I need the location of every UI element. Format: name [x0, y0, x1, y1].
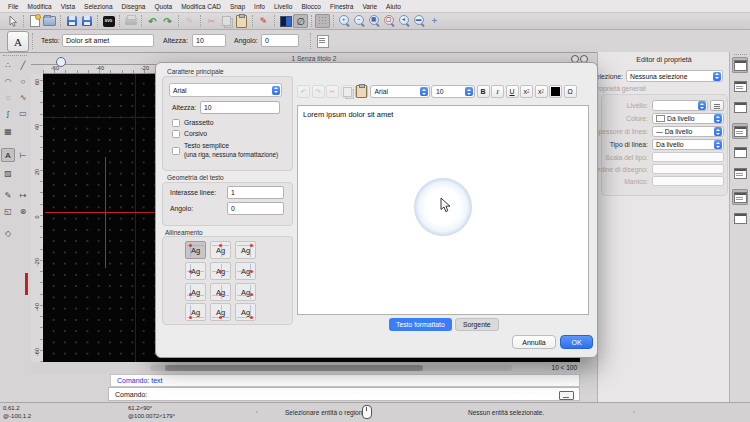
palette-drag-handle[interactable]: [734, 54, 747, 55]
subscript-button[interactable]: x2: [535, 85, 548, 98]
save-as-icon[interactable]: [79, 14, 94, 28]
menu-info[interactable]: Info: [254, 3, 265, 10]
zoom-out-icon[interactable]: −: [352, 14, 367, 28]
editor-size-combo[interactable]: 10: [431, 85, 475, 98]
layer-combo[interactable]: [652, 100, 708, 111]
menu-blocco[interactable]: Blocco: [301, 3, 321, 10]
text-tool-button[interactable]: A: [7, 31, 29, 52]
draw-pen-icon[interactable]: ✎: [182, 14, 197, 28]
zoom-window-icon[interactable]: ▬: [412, 14, 427, 28]
undo-icon[interactable]: ↶: [145, 14, 160, 28]
horizontal-scrollbar[interactable]: [150, 365, 512, 371]
view-list-toggle-icon[interactable]: [732, 99, 748, 115]
align-base-left-button[interactable]: Ag: [185, 283, 206, 301]
print-icon[interactable]: [123, 14, 138, 28]
tab-source[interactable]: Sorgente: [455, 318, 499, 331]
auto-zoom-icon[interactable]: ▣: [367, 14, 382, 28]
dialog-height-input[interactable]: 10: [200, 101, 280, 114]
menu-modifica[interactable]: Modifica: [27, 3, 51, 10]
select-cursor-icon[interactable]: [5, 14, 20, 28]
menu-seleziona[interactable]: Seleziona: [84, 3, 113, 10]
line-spacing-input[interactable]: 1: [227, 186, 284, 199]
open-file-icon[interactable]: [42, 14, 57, 28]
align-bottom-right-button[interactable]: Ag: [235, 303, 256, 321]
cancel-button[interactable]: Annulla: [512, 335, 556, 349]
align-base-center-button[interactable]: Ag: [210, 283, 231, 301]
text-dialog-icon[interactable]: [315, 34, 330, 48]
spline-tool-icon[interactable]: ∿: [16, 90, 30, 104]
grid-toggle-icon[interactable]: [315, 14, 330, 28]
menu-file[interactable]: File: [8, 3, 18, 10]
text-tool-icon[interactable]: A: [1, 148, 15, 162]
modify-tool-icon[interactable]: ✎: [1, 188, 15, 202]
shape-tool-icon[interactable]: ▭: [16, 106, 30, 120]
text-value-input[interactable]: Dolor sit amet: [62, 34, 154, 47]
handle-input[interactable]: [652, 176, 724, 186]
editor-undo-icon[interactable]: ↶: [297, 85, 310, 98]
align-bottom-center-button[interactable]: Ag: [210, 303, 231, 321]
scrollbar-thumb[interactable]: [165, 365, 423, 371]
cut-icon[interactable]: ✂: [204, 14, 219, 28]
color-combo[interactable]: Da livello: [652, 113, 724, 124]
transform-tool-icon[interactable]: ◱: [1, 204, 15, 218]
editor-font-combo[interactable]: Arial: [370, 85, 430, 98]
menu-livello[interactable]: Livello: [274, 3, 292, 10]
property-editor-toggle-icon[interactable]: [732, 57, 748, 73]
underline-button[interactable]: U: [506, 85, 519, 98]
editor-copy-icon[interactable]: [341, 85, 354, 98]
keyboard-icon[interactable]: [559, 391, 574, 400]
hatch-tool-icon[interactable]: ▦: [1, 124, 15, 138]
italic-button[interactable]: I: [491, 85, 504, 98]
copy-icon[interactable]: [219, 14, 234, 28]
height-value-input[interactable]: 10: [192, 34, 226, 47]
palette-drag-handle[interactable]: [3, 55, 27, 56]
polyline-tool-icon[interactable]: ʃ: [1, 106, 15, 120]
clipboard-panel-toggle-icon[interactable]: [732, 210, 748, 226]
ok-button[interactable]: OK: [560, 335, 593, 349]
editor-cut-icon[interactable]: ✂: [326, 85, 339, 98]
layer-menu-button[interactable]: [710, 100, 724, 111]
arc-tool-icon[interactable]: ◠: [1, 74, 15, 88]
snap-tool-icon[interactable]: ⊗: [16, 204, 30, 218]
tab-rich-text[interactable]: Testo formattato: [389, 318, 452, 331]
svg-export-icon[interactable]: SVG: [101, 14, 116, 28]
ellipse-tool-icon[interactable]: ◌: [1, 90, 15, 104]
menu-varie[interactable]: Varie: [362, 3, 377, 10]
bold-checkbox[interactable]: [172, 119, 180, 127]
library-browser-toggle-icon[interactable]: [732, 189, 748, 205]
simple-text-checkbox[interactable]: [172, 147, 180, 155]
zoom-previous-icon[interactable]: ◂: [397, 14, 412, 28]
line-tool-icon[interactable]: ╱: [16, 58, 30, 72]
italic-checkbox[interactable]: [172, 130, 180, 138]
menu-finestra[interactable]: Finestra: [330, 3, 353, 10]
dimension-tool-icon[interactable]: ⊢: [16, 148, 30, 162]
pan-icon[interactable]: +: [427, 14, 442, 28]
solid-tool-icon[interactable]: ◇: [1, 226, 15, 240]
restrict-off-icon[interactable]: ∅: [293, 14, 308, 28]
dialog-angle-input[interactable]: 0: [227, 202, 284, 215]
menu-disegna[interactable]: Disegna: [122, 3, 146, 10]
redo-icon[interactable]: ↷: [160, 14, 175, 28]
menu-vista[interactable]: Vista: [61, 3, 75, 10]
align-base-right-button[interactable]: Ag: [235, 283, 256, 301]
angle-value-input[interactable]: 0: [261, 34, 299, 47]
block-list-toggle-icon[interactable]: [732, 78, 748, 94]
image-tool-icon[interactable]: ▨: [1, 166, 15, 180]
point-tool-icon[interactable]: ∴: [1, 58, 15, 72]
align-middle-center-button[interactable]: Ag: [210, 262, 231, 280]
text-color-button[interactable]: [549, 85, 562, 98]
align-middle-right-button[interactable]: Ag: [235, 262, 256, 280]
selection-filter-toggle-icon[interactable]: [732, 144, 748, 160]
command-input-row[interactable]: Comando:: [108, 387, 580, 401]
lengthen-tool-icon[interactable]: ↦: [16, 188, 30, 202]
menu-aiuto[interactable]: Aiuto: [386, 3, 401, 10]
menu-modifica-cad[interactable]: Modifica CAD: [181, 3, 221, 10]
linetype-combo[interactable]: Da livello: [652, 139, 724, 150]
menu-quota[interactable]: Quota: [154, 3, 172, 10]
superscript-button[interactable]: x2: [520, 85, 533, 98]
special-characters-button[interactable]: Ω: [564, 85, 577, 98]
font-family-combo[interactable]: Arial: [169, 83, 282, 97]
save-file-icon[interactable]: [64, 14, 79, 28]
linetype-scale-input[interactable]: [652, 152, 724, 162]
editor-redo-icon[interactable]: ↷: [312, 85, 325, 98]
